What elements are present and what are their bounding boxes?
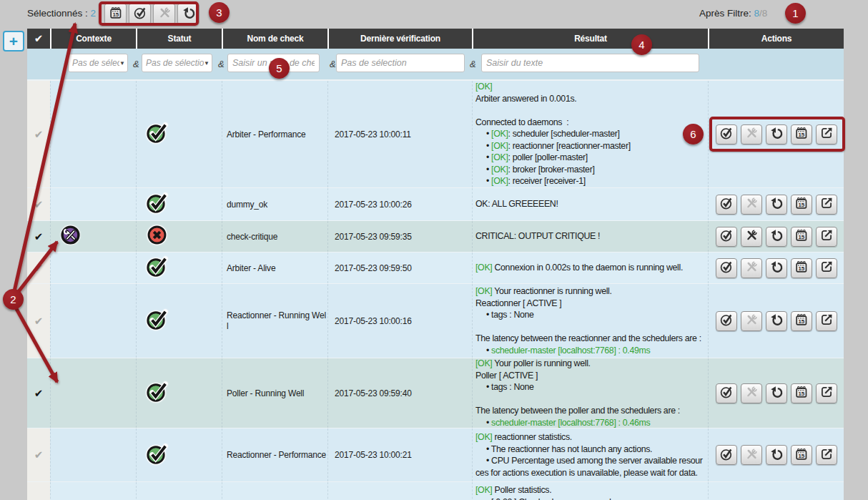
- row-action-tools-button[interactable]: [741, 445, 762, 465]
- result-line: Poller [ ACTIVE ]: [475, 370, 706, 382]
- row-action-ack-button[interactable]: [716, 311, 737, 331]
- contexte-cell: [50, 221, 136, 252]
- row-action-tools-button[interactable]: [741, 124, 762, 144]
- row-action-export-button[interactable]: [816, 124, 837, 144]
- result-line: • [OK]: scheduler [scheduler-master]: [475, 128, 706, 140]
- row-action-ack-button[interactable]: [716, 445, 737, 465]
- row-action-retry-button[interactable]: [766, 311, 787, 331]
- toolbar-calendar-button[interactable]: 15: [104, 4, 127, 24]
- chevron-down-icon: ▼: [119, 60, 127, 67]
- row-action-retry-button[interactable]: [766, 445, 787, 465]
- export-icon: [819, 126, 834, 142]
- retry-icon: [769, 196, 784, 212]
- statut-filter-select[interactable]: Pas de sélection▼: [142, 54, 212, 72]
- row-action-tools-button[interactable]: [741, 311, 762, 331]
- row-action-retry-button[interactable]: [766, 227, 787, 247]
- row-action-export-button[interactable]: [816, 383, 837, 403]
- toolbar-retry-button[interactable]: [177, 4, 199, 24]
- row-select-checkbox[interactable]: ✔: [27, 188, 50, 220]
- row-action-calendar-button[interactable]: 15: [791, 445, 812, 465]
- row-action-tools-button[interactable]: [741, 195, 762, 215]
- row-action-calendar-button[interactable]: 15: [791, 383, 812, 403]
- ack-icon: [719, 447, 734, 464]
- row-action-calendar-button[interactable]: 15: [791, 258, 812, 278]
- status-cell: [136, 81, 222, 187]
- ack-icon: [719, 228, 734, 245]
- table-row: ✔Arbiter - Alive2017-05-23 09:59:50[OK] …: [27, 252, 844, 283]
- row-action-ack-button[interactable]: [716, 195, 737, 215]
- export-icon: [819, 447, 834, 464]
- row-action-export-button[interactable]: [816, 311, 837, 331]
- row-select-checkbox[interactable]: ✔: [27, 358, 50, 428]
- toolbar-ack-button[interactable]: [129, 4, 151, 24]
- row-action-tools-button[interactable]: [741, 227, 762, 247]
- row-select-checkbox[interactable]: [27, 482, 50, 500]
- col-header-check[interactable]: ✔: [27, 29, 50, 49]
- row-select-checkbox[interactable]: ✔: [27, 221, 50, 252]
- row-action-ack-button[interactable]: [716, 383, 737, 403]
- check-name: Arbiter - Alive: [222, 253, 327, 283]
- row-select-checkbox[interactable]: ✔: [27, 81, 50, 187]
- status-ok-icon: [137, 191, 169, 217]
- svg-text:15: 15: [112, 11, 119, 18]
- status-ok-icon: [137, 308, 169, 334]
- ack-icon: [719, 260, 734, 276]
- row-action-ack-button[interactable]: [716, 227, 737, 247]
- row-action-export-button[interactable]: [816, 195, 837, 215]
- ack-icon: [133, 6, 147, 22]
- result-line: Reactionner [ ACTIVE ]: [475, 298, 706, 310]
- after-filter-count: 8: [754, 8, 760, 19]
- chevron-down-icon: ▼: [204, 60, 212, 67]
- col-header-derniere-verification[interactable]: Dernière vérification: [327, 29, 472, 49]
- contexte-filter-select[interactable]: Pas de sélection▼: [68, 54, 128, 72]
- contexte-cell: [50, 81, 136, 187]
- svg-text:15: 15: [798, 265, 804, 272]
- last-check-timestamp: 2017-05-23 10:00:21: [327, 428, 472, 481]
- row-action-calendar-button[interactable]: 15: [791, 227, 812, 247]
- col-header-nom-de-check[interactable]: Nom de check: [222, 29, 327, 49]
- annotation-circle-1: 1: [785, 3, 806, 24]
- result-line: • [ 0.22 ] Checks done per second: [475, 496, 706, 500]
- add-button[interactable]: +: [3, 31, 24, 52]
- row-action-export-button[interactable]: [816, 445, 837, 465]
- row-action-export-button[interactable]: [816, 258, 837, 278]
- derniere-filter-input[interactable]: [336, 54, 465, 72]
- col-header-actions[interactable]: Actions: [708, 29, 844, 49]
- result-line: [OK] Your poller is running well.: [475, 358, 706, 370]
- calendar-icon: 15: [794, 260, 809, 276]
- row-action-retry-button[interactable]: [766, 124, 787, 144]
- row-select-checkbox[interactable]: ✔: [27, 428, 50, 481]
- result-line: The latency between the poller and the s…: [475, 405, 706, 417]
- calendar-icon: 15: [794, 385, 809, 401]
- ack-icon: [719, 196, 734, 212]
- row-action-tools-button[interactable]: [741, 258, 762, 278]
- retry-icon: [769, 126, 784, 142]
- resultat-filter-input[interactable]: [481, 54, 699, 72]
- col-header-contexte[interactable]: Contexte: [50, 29, 136, 49]
- result-line: • [OK]: broker [broker-master]: [475, 164, 706, 176]
- col-header-resultat[interactable]: Résultat: [472, 29, 708, 49]
- tools-icon: [744, 313, 759, 329]
- annotation-circle-5: 5: [269, 58, 290, 79]
- last-check-timestamp: [327, 482, 472, 500]
- row-action-tools-button[interactable]: [741, 383, 762, 403]
- result-cell: [OK] Your poller is running well.Poller …: [472, 358, 708, 428]
- col-header-statut[interactable]: Statut: [136, 29, 222, 49]
- row-select-checkbox[interactable]: ✔: [27, 284, 50, 358]
- row-action-calendar-button[interactable]: 15: [791, 311, 812, 331]
- row-action-ack-button[interactable]: [716, 124, 737, 144]
- check-name: check-critique: [222, 221, 327, 252]
- calendar-icon: 15: [794, 228, 809, 245]
- row-action-calendar-button[interactable]: 15: [791, 124, 812, 144]
- row-action-retry-button[interactable]: [766, 383, 787, 403]
- row-select-checkbox[interactable]: ✔: [27, 253, 50, 283]
- toolbar-tools-button[interactable]: [153, 4, 175, 24]
- result-line: [OK]: [475, 81, 706, 93]
- row-action-retry-button[interactable]: [766, 258, 787, 278]
- row-action-calendar-button[interactable]: 15: [791, 195, 812, 215]
- row-action-export-button[interactable]: [816, 227, 837, 247]
- table-row: ✔Reactionner - Running Well2017-05-23 10…: [27, 283, 844, 358]
- row-action-ack-button[interactable]: [716, 258, 737, 278]
- check-mark-icon: ✔: [34, 230, 44, 243]
- row-action-retry-button[interactable]: [766, 195, 787, 215]
